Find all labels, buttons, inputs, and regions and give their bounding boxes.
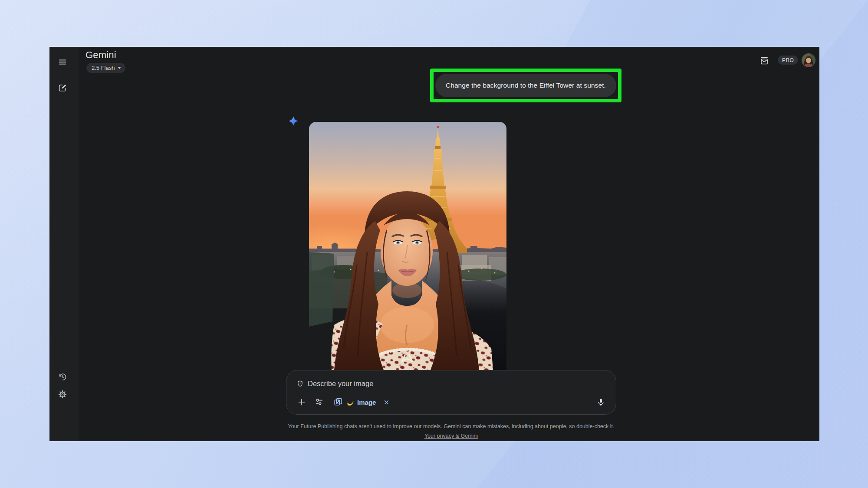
generated-image[interactable] bbox=[309, 122, 506, 370]
user-message-bubble: Change the background to the Eiffel Towe… bbox=[435, 74, 616, 97]
privacy-link[interactable]: Your privacy & Gemini bbox=[424, 433, 478, 439]
user-message-text: Change the background to the Eiffel Towe… bbox=[446, 82, 606, 89]
disclaimer-text: Your Future Publishing chats aren’t used… bbox=[264, 423, 638, 429]
annotation-highlight-box: Change the background to the Eiffel Towe… bbox=[430, 69, 621, 102]
add-icon[interactable] bbox=[296, 396, 307, 408]
close-icon[interactable] bbox=[382, 398, 390, 406]
app-title: Gemini bbox=[85, 49, 116, 61]
prompt-placeholder-text: Describe your image bbox=[308, 380, 373, 388]
image-stack-icon bbox=[333, 397, 343, 407]
tune-icon[interactable] bbox=[313, 396, 325, 408]
gemini-sparkle-icon bbox=[289, 116, 298, 126]
chevron-down-icon bbox=[118, 67, 121, 69]
model-selector[interactable]: 2.5 Flash bbox=[86, 63, 125, 73]
composer-toolbar: Image bbox=[286, 396, 616, 408]
gemini-app-window: Gemini 2.5 Flash PRO bbox=[49, 47, 819, 441]
footer-disclaimer-area: Your Future Publishing chats aren’t used… bbox=[264, 423, 638, 439]
desktop-background: Gemini 2.5 Flash PRO bbox=[0, 0, 868, 488]
user-avatar[interactable] bbox=[802, 53, 815, 67]
banana-icon bbox=[346, 398, 354, 406]
menu-icon[interactable] bbox=[57, 56, 68, 68]
prompt-input[interactable]: Describe your image bbox=[286, 370, 616, 415]
pro-badge-label: PRO bbox=[782, 57, 794, 63]
image-tool-chip[interactable]: Image bbox=[333, 396, 390, 408]
microphone-icon[interactable] bbox=[595, 396, 606, 408]
pro-badge[interactable]: PRO bbox=[778, 56, 798, 65]
new-chat-icon[interactable] bbox=[57, 82, 68, 93]
model-selector-label: 2.5 Flash bbox=[92, 65, 115, 71]
image-chip-label: Image bbox=[357, 399, 376, 406]
sidebar bbox=[49, 47, 79, 441]
archive-icon[interactable] bbox=[759, 56, 769, 66]
history-icon[interactable] bbox=[57, 371, 68, 383]
shield-icon bbox=[296, 380, 304, 387]
prompt-placeholder-row[interactable]: Describe your image bbox=[296, 380, 373, 388]
settings-gear-icon[interactable] bbox=[57, 389, 68, 400]
